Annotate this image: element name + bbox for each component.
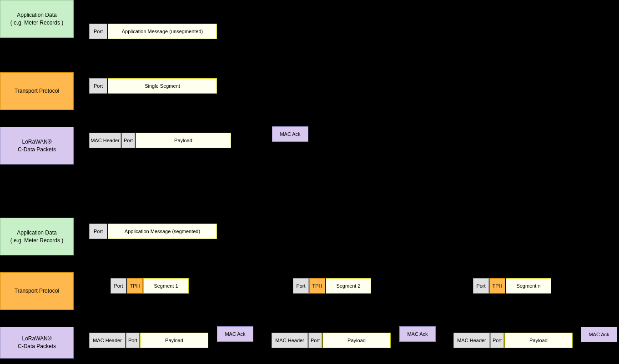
top-app-port-box: Port [89, 24, 107, 39]
top-transport-layer-label: Transport Protocol [0, 72, 74, 110]
bot-tpn-tph-box: TPH [489, 278, 505, 294]
bot-tp2-port-box: Port [293, 278, 309, 294]
bot-loran-header-box: MAC Header [453, 333, 490, 348]
bot-loran-ack-box: MAC Ack [581, 327, 617, 342]
bot-lora1-header-box: MAC Header [89, 333, 126, 348]
bot-tpn-port-box: Port [473, 278, 489, 294]
bot-app-message-box: Application Message (segmented) [108, 224, 217, 239]
top-tp-segment-box: Single Segment [108, 78, 217, 94]
bot-lora1-ack-box: MAC Ack [217, 326, 253, 342]
bot-lora2-header-box: MAC Header [272, 333, 308, 348]
bot-lora1-port-box: Port [126, 333, 140, 348]
top-tp-port-box: Port [89, 78, 107, 94]
top-lora-header-box: MAC Header [89, 133, 121, 148]
bot-loran-payload-box: Payload [504, 333, 573, 348]
top-lora-port-box: Port [121, 133, 135, 148]
top-app-layer-label: Application Data ( e.g. Meter Records ) [0, 0, 74, 38]
bot-app-layer-label: Application Data ( e.g. Meter Records ) [0, 218, 74, 255]
top-lorawan-layer-label: LoRaWAN® C-Data Packets [0, 127, 74, 165]
top-lora-ack-box: MAC Ack [272, 126, 308, 142]
bot-tp1-segment-box: Segment 1 [143, 278, 189, 294]
bot-lora1-payload-box: Payload [140, 333, 208, 348]
top-app-message-box: Application Message (unsegmented) [108, 24, 217, 39]
bot-app-port-box: Port [89, 224, 107, 239]
bot-lora2-payload-box: Payload [322, 333, 391, 348]
bot-tp2-segment-box: Segment 2 [326, 278, 371, 294]
bot-lora2-ack-box: MAC Ack [399, 326, 436, 342]
top-lora-payload-box: Payload [136, 133, 231, 148]
bot-lora2-port-box: Port [308, 333, 322, 348]
bot-lorawan-layer-label: LoRaWAN® C-Data Packets [0, 327, 74, 359]
bot-loran-port-box: Port [490, 333, 504, 348]
bot-tp1-tph-box: TPH [127, 278, 143, 294]
bot-tp1-port-box: Port [111, 278, 126, 294]
bot-tpn-segment-box: Segment n [506, 278, 551, 294]
bot-transport-layer-label: Transport Protocol [0, 272, 74, 310]
bot-tp2-tph-box: TPH [309, 278, 325, 294]
